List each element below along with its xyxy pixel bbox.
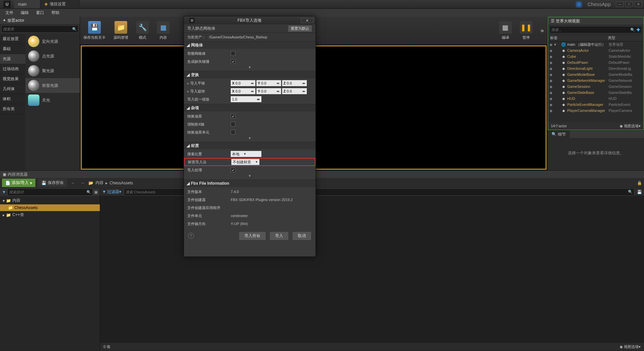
cat-basic[interactable]: 基础 (0, 44, 25, 54)
outliner-row[interactable]: ◉◆GameNetworkManagerGameNetwork (548, 77, 643, 83)
menu-help[interactable]: 帮助 (48, 9, 63, 17)
section-misc[interactable]: ◢ 杂项 (184, 104, 315, 112)
chevron-right-icon[interactable]: » (541, 27, 544, 34)
prop-material-import-label: 材质导入法 (188, 160, 231, 165)
skeletal-checkbox[interactable] (231, 51, 235, 56)
import-all-button[interactable]: 导入所有 (239, 231, 266, 240)
lock-icon[interactable]: 🔒 (637, 181, 642, 185)
asset-grid[interactable] (100, 196, 644, 343)
search-location-dropdown[interactable]: 本地▼ (231, 151, 261, 157)
cat-lights[interactable]: 光源 (0, 54, 25, 64)
rotate-x-input[interactable]: X0.0◂▸ (231, 88, 255, 94)
outliner-row[interactable]: ◉◆DirectionalLightDirectionalLig (548, 65, 643, 71)
scale-input[interactable]: 1.0◂▸ (231, 96, 261, 102)
crumb-folder[interactable]: ChessAssets (110, 181, 133, 185)
crumb-content[interactable]: 内容 (95, 180, 103, 186)
section-material[interactable]: ◢ 材质 (184, 142, 315, 149)
list-item[interactable]: 聚光源 (25, 63, 80, 78)
dialog-close-button[interactable]: ✕ (301, 18, 313, 23)
outliner-row[interactable]: ◉◆HUDHUD (548, 96, 643, 102)
cat-volumes[interactable]: 体积 (0, 94, 25, 104)
menu-window[interactable]: 窗口 (33, 9, 47, 17)
add-icon[interactable]: ✚ (636, 27, 640, 32)
section-fbx-info[interactable]: ◢ Fbx File Information (184, 180, 315, 187)
add-import-button[interactable]: 📄添加/导入▾ (2, 179, 35, 187)
cat-all[interactable]: 所有类 (0, 104, 25, 114)
nav-forward-button[interactable]: → (79, 181, 86, 185)
sources-panel: ▼ 🔍 ▣ ▾📁内容 📁ChessAssets ▸📁C++类 (0, 188, 100, 351)
dialog-titlebar[interactable]: U FBX导入选项 ✕ (184, 16, 315, 24)
convert-scene-checkbox[interactable] (231, 114, 235, 119)
outliner-row[interactable]: ◉◆GameStateBaseGameStateBa (548, 90, 643, 96)
src-chessassets[interactable]: 📁ChessAssets (0, 204, 100, 211)
convert-unit-checkbox[interactable] (231, 130, 235, 135)
dialog-heading: 导入静态网格体 (187, 26, 215, 31)
outliner-row[interactable]: ◉◆GameModeBaseGameModeBa (548, 71, 643, 77)
section-mesh[interactable]: ◢ 网格体 (184, 41, 315, 49)
nav-back-button[interactable]: ← (70, 181, 76, 185)
outliner-search[interactable]: 🔍✚ (550, 26, 642, 33)
actor-icon: ◆ (561, 96, 566, 101)
outliner-row[interactable]: ◉◆ParticleEventManagerParticleEvent (548, 102, 643, 108)
help-icon[interactable]: ? (188, 233, 194, 239)
sources-search[interactable]: 🔍 (7, 188, 93, 196)
outliner-row[interactable]: ◉◆GameSessionGameSession (548, 83, 643, 90)
translate-y-input[interactable]: Y0.0◂▸ (256, 80, 281, 86)
mode-button[interactable]: 🔧模式 (136, 21, 149, 40)
menu-file[interactable]: 文件 (2, 9, 17, 17)
src-content[interactable]: ▾📁内容 (0, 197, 100, 204)
list-item[interactable]: 矩形光源 (25, 78, 80, 93)
filter-button[interactable]: ▼ 过滤器▾ (102, 189, 121, 195)
expander-icon[interactable]: ▼ (184, 136, 315, 141)
filter-icon[interactable]: ▼ (2, 190, 6, 194)
expander-icon[interactable]: ▼ (184, 65, 315, 70)
save-icon[interactable]: 💾 (637, 190, 642, 194)
source-control-button[interactable]: 📁源码管理 (114, 21, 128, 40)
list-item[interactable]: 定向光源 (25, 34, 80, 49)
material-import-dropdown[interactable]: 不创建材质▼ (231, 159, 259, 165)
marketplace-icon[interactable] (576, 1, 582, 8)
import-button[interactable]: 导入 (269, 231, 289, 240)
minimize-button[interactable]: — (616, 2, 623, 7)
menu-edit[interactable]: 编辑 (17, 9, 32, 17)
rotate-y-input[interactable]: Y0.0◂▸ (256, 88, 281, 94)
outliner-row[interactable]: ◉◆CubeStaticMeshAc (548, 53, 643, 59)
list-item[interactable]: 点光源 (25, 49, 80, 63)
menubar: 文件 编辑 窗口 帮助 (0, 9, 644, 17)
section-transform[interactable]: ◢ 变换 (184, 71, 315, 78)
view-options-button[interactable]: ◉ 视图选项▾ (620, 124, 641, 129)
tab-project-settings[interactable]: ✱项目设置 (40, 0, 79, 8)
view-options-button[interactable]: ◉ 视图选项▾ (620, 344, 641, 349)
close-button[interactable]: ✕ (635, 2, 642, 7)
import-textures-checkbox[interactable] (231, 168, 235, 172)
search-classes-input[interactable]: 🔍 (1, 25, 78, 33)
maximize-button[interactable]: □ (625, 2, 633, 7)
src-cpp[interactable]: ▸📁C++类 (0, 211, 100, 219)
outliner-row[interactable]: ◉◆PlayerCameraManagerPlayerCamera (548, 108, 643, 114)
outliner-root[interactable]: ◉▾🌐main （编辑器中运行）世界场景 (548, 41, 643, 47)
save-all-button[interactable]: 💾保存所有 (38, 179, 67, 187)
cat-geometry[interactable]: 几何体 (0, 84, 25, 94)
pause-button[interactable]: ❚❚暂停 (520, 21, 532, 40)
compile-button[interactable]: ▦编译 (499, 21, 512, 40)
cancel-button[interactable]: 取消 (292, 231, 311, 240)
expander-icon[interactable]: ▼ (184, 174, 315, 179)
tab-main[interactable]: main (14, 0, 40, 8)
save-level-button[interactable]: 💾保存当前关卡 (83, 21, 105, 40)
rotate-z-input[interactable]: Z0.0◂▸ (282, 88, 307, 94)
cat-vfx[interactable]: 视觉效果 (0, 74, 25, 84)
translate-z-input[interactable]: Z0.0◂▸ (282, 80, 307, 86)
cat-cinematic[interactable]: 过场动画 (0, 64, 25, 74)
collision-checkbox[interactable] (231, 59, 235, 64)
force-x-checkbox[interactable] (231, 122, 235, 127)
reset-defaults-button[interactable]: 重置为默认 (288, 25, 312, 32)
translate-x-input[interactable]: X0.0◂▸ (231, 80, 255, 86)
expand-icon[interactable]: ▣ (94, 190, 98, 194)
point-light-icon (28, 50, 39, 62)
list-item[interactable]: 天光 (25, 93, 80, 108)
outliner-row[interactable]: ◉◆CameraActorCameraActor (548, 47, 643, 53)
content-button[interactable]: ▦内容 (157, 21, 170, 40)
details-tab[interactable]: 🔍细节 (548, 131, 570, 138)
cat-recent[interactable]: 最近放置 (0, 34, 25, 44)
outliner-row[interactable]: ◉◆DefaultPawnDefaultPawn (548, 59, 643, 65)
